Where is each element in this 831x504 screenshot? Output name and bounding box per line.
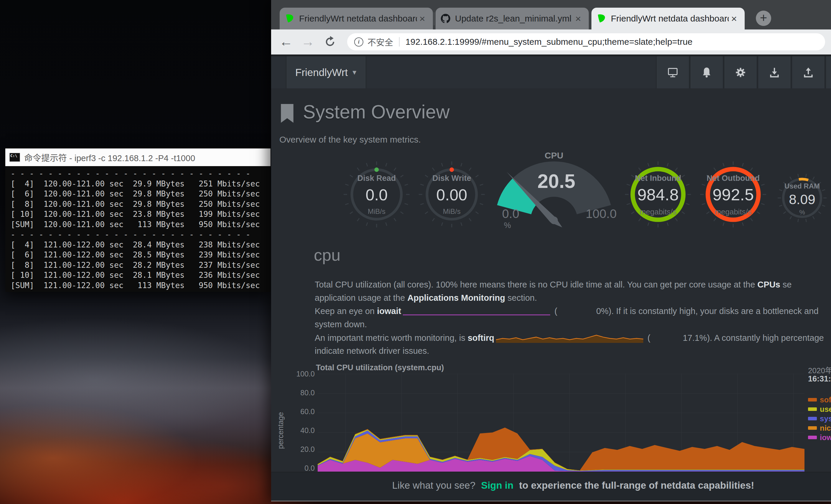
- download-icon: [768, 66, 781, 79]
- cmd-icon: C:\: [9, 153, 20, 162]
- gauge-label: Disk Read: [341, 174, 412, 183]
- netdata-icon: [285, 14, 294, 23]
- cpu-utilization-chart[interactable]: [318, 374, 804, 472]
- forward-icon[interactable]: →: [301, 34, 315, 50]
- terminal-output-line: [ 4] 120.00-121.00 sec 29.9 MBytes 251 M…: [10, 179, 265, 189]
- security-label[interactable]: 不安全: [368, 36, 393, 48]
- url-divider: [399, 37, 400, 47]
- legend-item-iowait[interactable]: iowait: [808, 433, 831, 442]
- gauge-net-outbound[interactable]: Net Outbound 992.5 megabits/s: [698, 159, 769, 230]
- page-title: System Overview: [303, 101, 450, 123]
- tab-friendlywrt-netdata-active[interactable]: FriendlyWrt netdata dashboard ×: [592, 8, 745, 29]
- gauge-disk-write[interactable]: Disk Write 0.00 MiB/s: [417, 159, 487, 230]
- cpu-description-line-6: indicate network driver issues.: [315, 346, 429, 359]
- chart-timestamp-date: 2020年3: [808, 364, 831, 375]
- gauge-unit: MiB/s: [417, 207, 487, 216]
- gauge-unit: %: [504, 221, 511, 229]
- section-heading-cpu: cpu: [314, 245, 340, 265]
- legend-item-system[interactable]: system: [808, 414, 831, 423]
- y-axis-title: percentage: [277, 395, 285, 466]
- legend-item-softirq[interactable]: softirq: [808, 395, 831, 405]
- netdata-page: FriendlyWrt ▾: [271, 55, 831, 501]
- tab-friendlywrt-netdata-1[interactable]: FriendlyWrt netdata dashboard ×: [280, 8, 433, 29]
- terminal-window: C:\ 命令提示符 - iperf3 -c 192.168.1.2 -P4 -t…: [5, 148, 270, 292]
- legend-item-user[interactable]: user: [808, 405, 831, 414]
- bell-icon: [700, 66, 713, 79]
- iowait-sparkline: [403, 307, 550, 317]
- terminal-body[interactable]: - - - - - - - - - - - - - - - - - - - - …: [5, 166, 270, 292]
- chart-timestamp-time: 16:31:2: [808, 375, 831, 384]
- settings-button[interactable]: [724, 56, 757, 88]
- legend-item-nice[interactable]: nice: [808, 423, 831, 433]
- legend-label: iowait: [820, 433, 831, 442]
- terminal-output-line: - - - - - - - - - - - - - - - - - - - - …: [10, 169, 265, 179]
- browser-window: FriendlyWrt netdata dashboard × Update r…: [271, 0, 831, 501]
- terminal-output-line: [ 8] 121.00-122.00 sec 28.2 MBytes 237 M…: [10, 260, 265, 270]
- browser-toolbar: ← → i 不安全 192.168.2.1:19999/#menu_system…: [271, 29, 831, 55]
- gauge-value: 0.0: [341, 185, 412, 204]
- terminal-output-line: [ 4] 121.00-122.00 sec 28.4 MBytes 238 M…: [10, 240, 265, 250]
- signin-link[interactable]: Sign in: [481, 480, 513, 491]
- legend-label: user: [820, 405, 831, 414]
- cpu-description-line-5: An important metric worth monitoring, is…: [315, 333, 824, 346]
- info-icon[interactable]: i: [354, 37, 363, 47]
- address-bar[interactable]: i 不安全 192.168.2.1:19999/#menu_system_sub…: [347, 33, 825, 50]
- alarms-button[interactable]: [690, 56, 723, 88]
- gauge-min: 0.0: [502, 207, 519, 220]
- chevron-down-icon: ▾: [352, 68, 356, 77]
- legend-label: nice: [820, 423, 831, 433]
- close-icon[interactable]: ×: [729, 13, 739, 24]
- gauge-net-inbound[interactable]: Net Inbound 984.8 megabits/s: [623, 159, 693, 230]
- host-name: FriendlyWrt: [295, 66, 348, 78]
- terminal-output-line: [ 6] 121.00-122.00 sec 28.5 MBytes 239 M…: [10, 250, 265, 260]
- more-button-clipped[interactable]: [825, 56, 831, 88]
- gauge-dot: [450, 168, 454, 172]
- cpu-description-line-1: Total CPU utilization (all cores). 100% …: [315, 280, 792, 293]
- close-icon[interactable]: ×: [417, 13, 428, 24]
- gauge-value: 8.09: [776, 191, 829, 207]
- tab-strip: FriendlyWrt netdata dashboard × Update r…: [271, 0, 831, 29]
- gauge-used-ram[interactable]: Used RAM 8.09 %: [776, 172, 829, 225]
- y-axis-tick: 100.0: [279, 370, 315, 378]
- gauge-unit: %: [776, 209, 829, 216]
- tab-title: FriendlyWrt netdata dashboard: [611, 13, 729, 24]
- gauge-value: 992.5: [698, 185, 769, 204]
- tab-github-update[interactable]: Update r2s_lean_minimal.yml · k ×: [435, 8, 589, 29]
- nodes-view-button[interactable]: [656, 56, 690, 88]
- export-button[interactable]: [792, 56, 825, 88]
- new-tab-button[interactable]: +: [756, 10, 771, 26]
- legend-swatch: [808, 398, 817, 402]
- netdata-navbar: FriendlyWrt ▾: [271, 56, 831, 88]
- monitor-icon: [666, 66, 680, 79]
- close-icon[interactable]: ×: [573, 13, 583, 24]
- gear-icon: [734, 66, 747, 79]
- github-icon: [441, 14, 450, 23]
- reload-icon[interactable]: [323, 35, 337, 49]
- back-icon[interactable]: ←: [279, 34, 293, 50]
- gauge-label: Disk Write: [417, 174, 487, 183]
- url-text[interactable]: 192.168.2.1:19999/#menu_system_submenu_c…: [405, 37, 692, 47]
- terminal-output-line: [ 8] 120.00-121.00 sec 29.8 MBytes 250 M…: [10, 199, 265, 209]
- host-dropdown[interactable]: FriendlyWrt ▾: [286, 56, 366, 88]
- legend-swatch: [808, 407, 817, 411]
- gauge-disk-read[interactable]: Disk Read 0.0 MiB/s: [341, 159, 412, 230]
- gauge-unit: MiB/s: [341, 207, 412, 216]
- legend-label: softirq: [820, 395, 831, 405]
- netdata-icon: [597, 14, 606, 23]
- bookmark-icon: [279, 104, 295, 123]
- chart-legend: softirqusersystemniceiowait: [808, 395, 831, 442]
- page-subtitle: Overview of the key system metrics.: [279, 135, 421, 145]
- cpu-description-line-2: application usage at the Applications Mo…: [315, 293, 537, 306]
- chart-title: Total CPU utilization (system.cpu): [316, 363, 444, 372]
- tab-title: Update r2s_lean_minimal.yml · k: [455, 13, 573, 24]
- tab-divider: [434, 12, 434, 25]
- terminal-output-line: [ 10] 121.00-122.00 sec 28.1 MBytes 236 …: [10, 270, 265, 280]
- legend-swatch: [808, 436, 817, 439]
- legend-label: system: [820, 414, 831, 423]
- gauge-cpu[interactable]: 20.5 0.0 100.0 %: [489, 132, 619, 229]
- upload-icon: [802, 66, 815, 79]
- terminal-titlebar[interactable]: C:\ 命令提示符 - iperf3 -c 192.168.1.2 -P4 -t…: [5, 148, 270, 166]
- gauge-unit: megabits/s: [623, 207, 693, 216]
- import-button[interactable]: [757, 56, 791, 88]
- terminal-output-line: [SUM] 120.00-121.00 sec 113 MBytes 950 M…: [10, 219, 265, 230]
